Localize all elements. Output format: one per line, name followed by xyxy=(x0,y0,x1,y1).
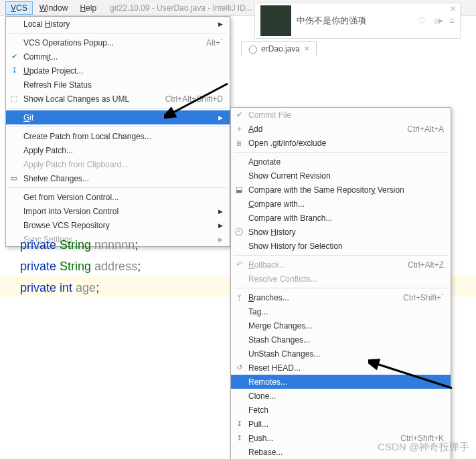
menu-compare-with[interactable]: Compare with...Compare with... xyxy=(231,197,451,211)
menu-remotes[interactable]: Remotes... xyxy=(231,375,451,389)
separator xyxy=(9,33,227,33)
menu-apply-clipboard: Apply Patch from Clipboard... xyxy=(6,157,230,171)
separator xyxy=(9,187,227,188)
menu-rollback: ↶Rollback...Rollback...Ctrl+Alt+Z xyxy=(231,258,451,272)
menu-window[interactable]: WindowWindow xyxy=(34,1,74,15)
playlist-icon[interactable]: ≡ xyxy=(449,15,455,26)
check-icon: ✔ xyxy=(234,110,244,119)
menu-refresh-status[interactable]: Refresh File Status xyxy=(6,78,230,92)
menu-update-project[interactable]: ↧Update Project...Update Project... xyxy=(6,64,230,78)
menu-compare-branch[interactable]: Compare with Branch... xyxy=(231,211,451,225)
like-icon[interactable]: ♡ xyxy=(418,15,426,26)
file-icon: 🗎 xyxy=(234,139,244,147)
menu-commit[interactable]: ✔Commit...Commit... xyxy=(6,50,230,64)
menu-branches[interactable]: ᛘBranches...Branches...Ctrl+Shift+` xyxy=(231,290,451,304)
menu-git[interactable]: GitGit▶ xyxy=(6,110,230,124)
submenu-arrow-icon: ▶ xyxy=(202,222,223,229)
clock-icon: 🕘 xyxy=(234,227,244,236)
menu-browse-repo[interactable]: Browse VCS Repository▶ xyxy=(6,218,230,232)
pull-icon: ↧ xyxy=(234,420,244,428)
menu-reset-head[interactable]: ↺Reset HEAD... xyxy=(231,361,451,375)
menu-show-revision[interactable]: Show Current Revision xyxy=(231,169,451,183)
menu-show-history-sel[interactable]: Show History for Selection xyxy=(231,239,451,253)
menu-show-uml[interactable]: ⬚Show Local Changes as UMLCtrl+Alt+Shift… xyxy=(6,92,230,106)
uml-icon: ⬚ xyxy=(9,94,19,103)
watermark: CSDN @神奇投弹手 xyxy=(378,441,469,454)
menu-get-vc[interactable]: Get from Version Control... xyxy=(6,190,230,204)
vcs-menu: Local HistoryLocal History▶ VCS Operatio… xyxy=(5,16,230,247)
diff-icon: ⬓ xyxy=(234,185,244,194)
menu-commit-file: ✔Commit File xyxy=(231,108,451,122)
menu-clone[interactable]: Clone... xyxy=(231,389,451,403)
tab-userdao[interactable]: ◯ erDao.java ✕ xyxy=(241,41,317,56)
reset-icon: ↺ xyxy=(234,363,244,372)
separator xyxy=(9,108,227,108)
menu-stash[interactable]: Stash Changes... xyxy=(231,333,451,347)
code-line: private String nnnnnn; xyxy=(20,234,141,256)
menu-import-vc[interactable]: Import into Version Control▶ xyxy=(6,204,230,218)
volume-icon[interactable]: 🕪 xyxy=(433,15,443,26)
plus-icon: ＋ xyxy=(234,124,244,134)
menu-resolve: Resolve Conflicts... xyxy=(231,272,451,286)
menu-apply-patch[interactable]: Apply Patch... xyxy=(6,143,230,157)
submenu-arrow-icon: ▶ xyxy=(202,114,223,121)
separator xyxy=(9,126,227,127)
menu-fetch[interactable]: Fetch xyxy=(231,403,451,417)
editor-code[interactable]: private String nnnnnn; private String ad… xyxy=(20,234,141,298)
editor-tabs: ◯ erDao.java ✕ xyxy=(241,40,317,56)
menu-create-patch[interactable]: Create Patch from Local Changes... xyxy=(6,129,230,143)
menu-shelve[interactable]: ▭Shelve Changes... xyxy=(6,171,230,185)
separator xyxy=(234,255,448,256)
separator xyxy=(234,152,448,153)
menu-merge[interactable]: Merge Changes... xyxy=(231,318,451,333)
submenu-arrow-icon: ▶ xyxy=(202,236,223,243)
check-icon: ✔ xyxy=(9,52,19,61)
menu-local-history[interactable]: Local HistoryLocal History▶ xyxy=(6,17,230,31)
git-submenu: ✔Commit File ＋AddAddCtrl+Alt+A 🗎Open .gi… xyxy=(230,107,451,459)
push-icon: ↥ xyxy=(234,434,244,442)
album-art xyxy=(260,5,291,36)
java-file-icon: ◯ xyxy=(248,44,257,54)
menu-vcs[interactable]: VVCSCS xyxy=(5,1,33,15)
update-icon: ↧ xyxy=(9,66,19,75)
menu-help[interactable]: HelpHelp xyxy=(74,1,102,15)
menu-vcs-ops[interactable]: VCS Operations Popup...Alt+` xyxy=(6,35,230,50)
shelve-icon: ▭ xyxy=(9,174,19,183)
rollback-icon: ↶ xyxy=(234,260,244,269)
music-popup: 中伤不是你的强项 ♡ 🕪 ≡ ✕ xyxy=(254,3,461,39)
menu-add[interactable]: ＋AddAddCtrl+Alt+A xyxy=(231,122,451,136)
submenu-arrow-icon: ▶ xyxy=(202,21,223,27)
close-tab-icon[interactable]: ✕ xyxy=(304,45,309,52)
window-title: git22.10.09 - UserDao.java - IntelliJ ID… xyxy=(110,3,252,13)
menu-open-exclude[interactable]: 🗎Open .git/info/exclude xyxy=(231,136,451,150)
branch-icon: ᛘ xyxy=(234,294,244,302)
track-title: 中伤不是你的强项 xyxy=(297,15,412,27)
menu-show-history[interactable]: 🕘Show HistoryShow History xyxy=(231,225,451,239)
menu-pull[interactable]: ↧Pull... xyxy=(231,417,451,431)
separator xyxy=(234,288,448,288)
submenu-arrow-icon: ▶ xyxy=(202,208,223,215)
code-line: private String address; xyxy=(20,256,141,277)
menu-annotate[interactable]: AnnotateAnnotate xyxy=(231,155,451,169)
close-icon[interactable]: ✕ xyxy=(450,5,456,13)
menu-compare-same[interactable]: ⬓Compare with the Same Repository Versio… xyxy=(231,183,451,197)
menu-tag[interactable]: Tag... xyxy=(231,304,451,318)
menu-unstash[interactable]: UnStash Changes... xyxy=(231,347,451,361)
code-line: private int age; xyxy=(20,277,141,298)
